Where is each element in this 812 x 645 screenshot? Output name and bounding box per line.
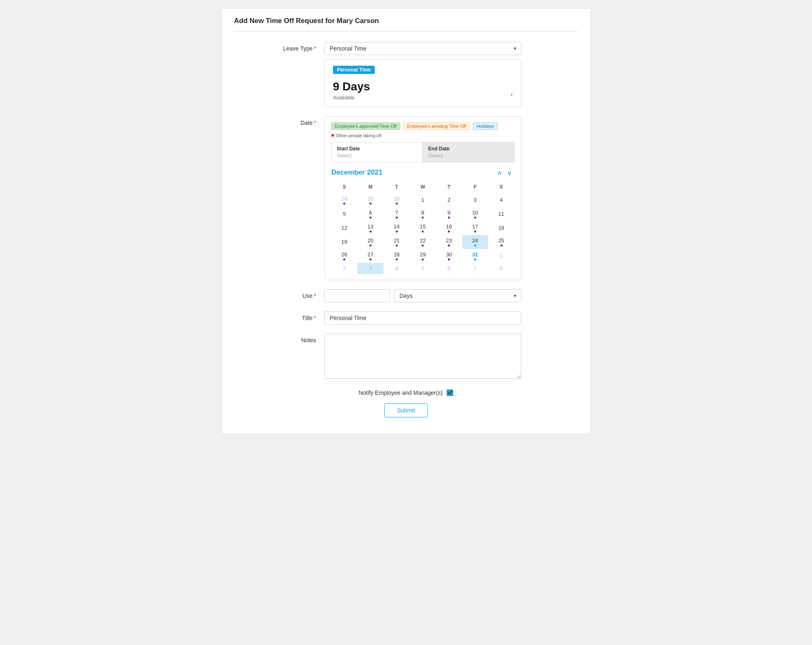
calendar-day-header: T [436, 182, 462, 193]
calendar-day-header: W [410, 182, 436, 193]
date-row: Date* Employee's approved Time Off Emplo… [234, 116, 578, 280]
table-row[interactable]: 4 [383, 263, 410, 274]
calendar-prev-button[interactable]: ∧ [495, 168, 505, 177]
date-content: Employee's approved Time Off Employee's … [324, 116, 521, 280]
purple-dot-icon [369, 244, 372, 246]
calendar-header: December 2021 ∧ ∨ [331, 168, 514, 177]
table-row[interactable]: 29 [358, 193, 384, 207]
use-row: Use* Days Hours [234, 289, 578, 302]
calendar-week-row: 2829301234 [331, 193, 514, 207]
table-row[interactable]: 22 [410, 235, 436, 249]
table-row[interactable]: 21 [383, 235, 410, 249]
table-row[interactable]: 12 [331, 221, 358, 235]
table-row[interactable]: 30 [436, 249, 462, 263]
purple-dot-icon [422, 244, 424, 246]
table-row[interactable]: 6 [436, 263, 462, 274]
purple-dot-icon [343, 203, 345, 205]
table-row[interactable]: 5 [410, 263, 436, 274]
purple-dot-icon [422, 258, 424, 260]
purple-dot-icon [396, 217, 398, 219]
title-content [324, 311, 521, 325]
table-row[interactable]: 29 [410, 249, 436, 263]
purple-dot-icon [396, 258, 398, 260]
table-row[interactable]: 25 [488, 235, 514, 249]
table-row[interactable]: 27 [358, 249, 384, 263]
calendar-day-header: M [358, 182, 384, 193]
calendar-next-button[interactable]: ∨ [505, 168, 514, 177]
table-row[interactable]: 26 [331, 249, 358, 263]
table-row[interactable]: 8 [410, 207, 436, 221]
days-available: Available [333, 94, 513, 101]
table-row[interactable]: 9 [436, 207, 462, 221]
purple-dot-icon [474, 217, 476, 219]
purple-dot-icon [422, 230, 424, 233]
use-input[interactable] [324, 289, 390, 302]
end-date-field[interactable]: End Date Select [423, 142, 514, 162]
table-row[interactable]: 1 [488, 249, 514, 263]
calendar-week-row: 12131415161718 [331, 221, 514, 235]
purple-dot-icon [396, 244, 398, 246]
calendar-month-year: December 2021 [331, 168, 495, 177]
date-picker-row: Start Date Select End Date Select [331, 142, 514, 162]
table-row[interactable]: 3 [358, 263, 384, 274]
days-select-wrapper: Days Hours [394, 289, 521, 302]
calendar-week-row: 2345678 [331, 263, 514, 274]
notify-row: Notify Employee and Manager(s) [234, 389, 578, 396]
purple-dot-icon [500, 244, 502, 246]
start-date-field[interactable]: Start Date Select [331, 142, 423, 162]
table-row[interactable]: 16 [436, 221, 462, 235]
calendar-day-header: T [383, 182, 410, 193]
table-row[interactable]: 2 [331, 263, 358, 274]
table-row[interactable]: 19 [331, 235, 358, 249]
table-row[interactable]: 6 [358, 207, 384, 221]
table-row[interactable]: 11 [488, 207, 514, 221]
table-row[interactable]: 2 [436, 193, 462, 207]
table-row[interactable]: 10 [462, 207, 489, 221]
table-row[interactable]: 5 [331, 207, 358, 221]
table-row[interactable]: 15 [410, 221, 436, 235]
table-row[interactable]: 28 [331, 193, 358, 207]
table-row[interactable]: 7 [462, 263, 489, 274]
purple-dot-icon [396, 203, 398, 205]
notify-checkbox[interactable] [447, 389, 453, 396]
notes-textarea[interactable] [324, 334, 521, 379]
table-row[interactable]: 23 [436, 235, 462, 249]
table-row[interactable]: 4 [488, 193, 514, 207]
table-row[interactable]: 20 [358, 235, 384, 249]
table-row[interactable]: 14 [383, 221, 410, 235]
notes-row: Notes [234, 334, 578, 380]
table-row[interactable]: 18 [488, 221, 514, 235]
leave-type-select-wrapper: Personal Time Vacation Sick Leave [324, 42, 521, 55]
calendar-week-row: 2627282930311 [331, 249, 514, 263]
legend-other: Other people taking off [331, 133, 381, 138]
submit-row: Submit [234, 403, 578, 417]
days-select[interactable]: Days Hours [394, 289, 521, 302]
table-row[interactable]: 17 [462, 221, 489, 235]
leave-type-label: Leave Type* [234, 42, 324, 52]
calendar-grid: SMTWTFS 28293012345678910111213141516171… [331, 182, 514, 274]
table-row[interactable]: 31 [462, 249, 489, 263]
table-row[interactable]: 1 [410, 193, 436, 207]
purple-dot-icon [369, 203, 372, 205]
use-content: Days Hours [324, 289, 521, 302]
table-row[interactable]: 3 [462, 193, 489, 207]
calendar-week-row: 19202122232425 [331, 235, 514, 249]
purple-dot-icon [448, 217, 450, 219]
time-card-badge: Personal Time [333, 66, 375, 74]
notes-content [324, 334, 521, 380]
table-row[interactable]: 7 [383, 207, 410, 221]
table-row[interactable]: 30 [383, 193, 410, 207]
calendar-header-row: SMTWTFS [331, 182, 514, 193]
calendar-day-header: F [462, 182, 489, 193]
card-arrow-icon[interactable]: › [510, 90, 513, 99]
table-row[interactable]: 24 [462, 235, 489, 249]
leave-type-select[interactable]: Personal Time Vacation Sick Leave [324, 42, 521, 55]
table-row[interactable]: 28 [383, 249, 410, 263]
submit-button[interactable]: Submit [384, 403, 428, 417]
table-row[interactable]: 13 [358, 221, 384, 235]
title-input[interactable] [324, 311, 521, 325]
table-row[interactable]: 8 [488, 263, 514, 274]
calendar-body: 2829301234567891011121314151617181920212… [331, 193, 514, 274]
purple-dot-icon [448, 230, 450, 233]
use-label: Use* [234, 289, 324, 299]
